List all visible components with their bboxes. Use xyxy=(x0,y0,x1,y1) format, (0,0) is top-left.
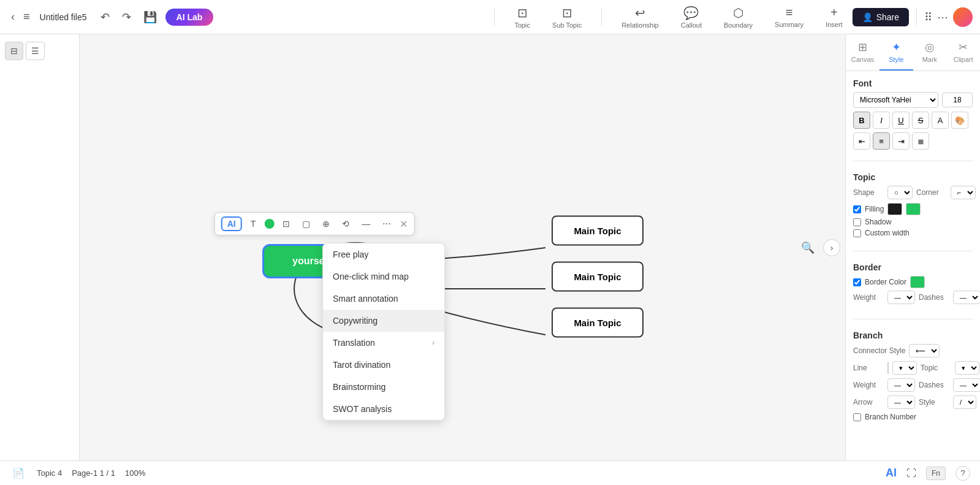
mark-tab-label: Mark xyxy=(922,56,937,63)
shape-select[interactable]: ○ xyxy=(887,186,913,199)
align-justify-button[interactable]: ≣ xyxy=(912,132,929,150)
branch-number-label: Branch Number xyxy=(865,413,916,421)
connector-style-select[interactable]: ⟵ xyxy=(909,344,940,357)
menu-one-click-mind-map[interactable]: One-click mind map xyxy=(323,265,444,288)
fn-button[interactable]: Fn xyxy=(926,467,946,480)
font-size-input[interactable] xyxy=(942,93,973,107)
ai-bottom-button[interactable]: AI xyxy=(886,467,897,479)
ai-toolbar-ai-button[interactable]: AI xyxy=(221,216,242,231)
main-topic-node-2[interactable]: Main Topic xyxy=(552,262,644,292)
filling-checkbox[interactable] xyxy=(853,205,861,213)
ai-lab-button[interactable]: AI Lab xyxy=(165,9,214,26)
topic-section: Topic Shape ○ Corner ⌐ Filling xyxy=(853,172,973,240)
border-section: Border Border Color Weight — Dashes — xyxy=(853,262,973,308)
more-options-button[interactable]: ⋯ xyxy=(937,10,948,24)
tab-clipart[interactable]: ✂ Clipart xyxy=(946,34,980,71)
menu-smart-annotation[interactable]: Smart annotation xyxy=(323,288,444,310)
bold-button[interactable]: B xyxy=(853,112,870,129)
strikethrough-button[interactable]: S xyxy=(912,112,929,129)
align-left-button[interactable]: ⇤ xyxy=(853,132,870,150)
insert-label: Insert xyxy=(826,21,843,28)
list-view-button[interactable]: ☰ xyxy=(26,42,45,60)
italic-button[interactable]: I xyxy=(873,112,890,129)
redo-button[interactable]: ↷ xyxy=(118,8,135,26)
smart-annotation-label: Smart annotation xyxy=(333,294,398,304)
menu-button[interactable]: ≡ xyxy=(23,10,30,23)
dashes-select[interactable]: — xyxy=(953,291,980,304)
back-button[interactable]: ‹ xyxy=(7,8,18,26)
expand-panel-button[interactable]: › xyxy=(823,239,840,256)
border-section-title: Border xyxy=(853,262,973,272)
toolbar-insert[interactable]: + Insert xyxy=(821,3,848,31)
style-label: Style xyxy=(919,398,949,407)
branch-dashes-select[interactable]: — xyxy=(953,378,980,392)
right-sidebar: ⊞ Canvas ✦ Style ◎ Mark ✂ Clipart Font xyxy=(845,34,980,460)
ai-toolbar-rect-button[interactable]: ▢ xyxy=(298,216,314,231)
branch-number-checkbox[interactable] xyxy=(853,413,861,421)
corner-select[interactable]: ⌐ xyxy=(951,186,976,199)
style-select[interactable]: / xyxy=(953,395,976,409)
border-color-swatch[interactable] xyxy=(910,276,925,288)
ai-toolbar-layout-button[interactable]: ⟲ xyxy=(338,216,353,231)
font-color-button[interactable]: A xyxy=(932,112,949,129)
toolbar-summary[interactable]: ≡ Summary xyxy=(770,3,808,31)
line-select[interactable]: ▾ xyxy=(892,361,917,375)
canvas-area[interactable]: AI T ⊡ ▢ ⊕ ⟲ — ⋯ ✕ yourself? Main Topic … xyxy=(80,34,845,460)
toolbar-sub-topic[interactable]: ⊡ Sub Topic xyxy=(547,3,587,31)
canvas-search-button[interactable]: 🔍 xyxy=(801,241,815,254)
one-click-mind-map-label: One-click mind map xyxy=(333,272,409,281)
filling-color-swatch-green[interactable] xyxy=(906,203,921,215)
arrow-row: Arrow — Style / xyxy=(853,395,973,409)
menu-copywriting[interactable]: Copywriting xyxy=(323,310,444,332)
main-topic-node-3[interactable]: Main Topic xyxy=(552,308,644,338)
menu-swot-analysis[interactable]: SWOT analysis xyxy=(323,398,444,420)
filling-color-swatch-black[interactable] xyxy=(887,203,902,215)
fullscreen-button[interactable]: ⛶ xyxy=(906,468,916,479)
tab-mark[interactable]: ◎ Mark xyxy=(913,34,947,71)
border-color-checkbox[interactable] xyxy=(853,278,861,286)
menu-tarot-divination[interactable]: Tarot divination xyxy=(323,354,444,376)
user-avatar[interactable] xyxy=(953,7,973,27)
highlight-button[interactable]: 🎨 xyxy=(951,112,968,129)
top-bar-right: 👤 Share ⠿ ⋯ xyxy=(853,7,973,27)
align-right-button[interactable]: ⇥ xyxy=(892,132,910,150)
tab-style[interactable]: ✦ Style xyxy=(879,34,913,71)
line-color-swatch[interactable] xyxy=(887,362,889,374)
clipart-tab-label: Clipart xyxy=(954,56,973,63)
ai-toolbar-crop-button[interactable]: ⊡ xyxy=(279,216,294,231)
ai-toolbar-text-button[interactable]: T xyxy=(247,216,260,231)
ai-toolbar-connect-button[interactable]: ⊕ xyxy=(319,216,333,231)
custom-width-checkbox[interactable] xyxy=(853,229,861,237)
ai-toolbar-dash-button[interactable]: — xyxy=(358,216,374,231)
tab-canvas[interactable]: ⊞ Canvas xyxy=(846,34,879,71)
pages-button[interactable]: 📄 xyxy=(10,465,27,481)
line-label: Line xyxy=(853,364,884,372)
grid-view-button[interactable]: ⊟ xyxy=(5,42,23,60)
share-button[interactable]: 👤 Share xyxy=(853,8,909,26)
save-button[interactable]: 💾 xyxy=(140,8,161,26)
branch-weight-select[interactable]: — xyxy=(887,378,915,392)
font-family-select[interactable]: Microsoft YaHei xyxy=(853,92,938,108)
menu-brainstorming[interactable]: Brainstorming xyxy=(323,376,444,398)
toolbar-topic[interactable]: ⊡ Topic xyxy=(509,3,535,31)
relationship-icon: ↩ xyxy=(635,6,645,20)
main-topic-node-1[interactable]: Main Topic xyxy=(552,216,644,246)
toolbar-relationship[interactable]: ↩ Relationship xyxy=(617,3,664,31)
summary-label: Summary xyxy=(775,21,803,28)
ai-toolbar-close-button[interactable]: ✕ xyxy=(400,218,408,230)
ai-toolbar-more-button[interactable]: ⋯ xyxy=(379,216,395,231)
align-center-button[interactable]: ≡ xyxy=(873,132,890,150)
arrow-select[interactable]: — xyxy=(887,395,915,409)
menu-translation[interactable]: Translation › xyxy=(323,332,444,354)
toolbar-boundary[interactable]: ⬡ Boundary xyxy=(719,3,758,31)
toolbar-callout[interactable]: 💬 Callout xyxy=(676,3,707,31)
undo-button[interactable]: ↶ xyxy=(97,8,113,26)
shadow-checkbox[interactable] xyxy=(853,218,861,226)
menu-free-play[interactable]: Free play xyxy=(323,243,444,265)
weight-select[interactable]: — xyxy=(887,291,915,304)
underline-button[interactable]: U xyxy=(892,112,910,129)
border-color-row: Border Color xyxy=(853,276,973,288)
help-button[interactable]: ? xyxy=(955,466,970,481)
branch-topic-select[interactable]: ▾ xyxy=(955,361,979,375)
apps-grid-button[interactable]: ⠿ xyxy=(924,10,932,24)
